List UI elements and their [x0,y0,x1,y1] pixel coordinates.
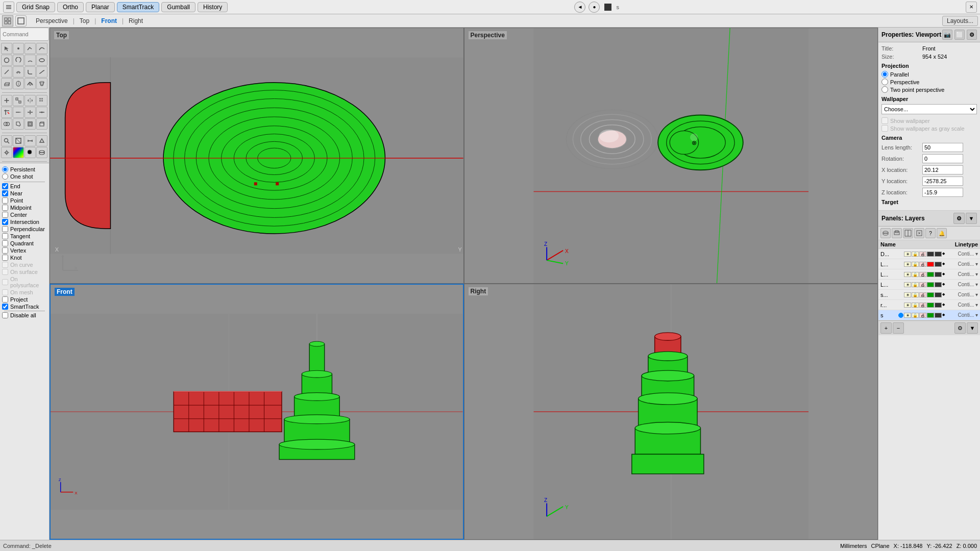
viewport-icon[interactable]: ⬜ [954,30,965,40]
revolve-tool[interactable] [13,78,24,89]
command-input[interactable] [0,28,49,41]
layer-dropdown-button[interactable]: ▼ [967,322,978,334]
knot-snap[interactable]: Knot [2,255,47,261]
layer-lock-icon[interactable]: 🔒 [912,313,919,318]
perspective-radio[interactable] [881,79,888,85]
render-tool[interactable] [1,147,12,158]
app-menu-icon[interactable] [3,2,14,13]
vertex-snap[interactable]: Vertex [2,247,47,254]
split-tool[interactable] [24,107,36,118]
planar-button[interactable]: Planar [86,2,115,12]
layer-color-swatch[interactable] [927,303,934,308]
extend-tool[interactable] [13,107,24,118]
polyline-tool[interactable] [24,43,36,54]
area-tool[interactable] [36,135,47,146]
arc-tool[interactable] [24,55,36,66]
material-tool[interactable] [24,147,36,158]
project-snap[interactable]: Project [2,296,47,303]
rotate-tool[interactable] [13,55,24,66]
remove-layer-button[interactable]: − [893,322,904,334]
oneshot-radio-item[interactable]: One shot [2,173,47,180]
viewport-grid-icon[interactable] [2,15,13,27]
join-tool[interactable] [36,107,47,118]
show-edges-tool[interactable] [13,135,24,146]
camera-icon[interactable]: 📷 [942,30,952,40]
rotation-input[interactable] [922,154,963,163]
array-tool[interactable] [36,95,47,106]
center-snap[interactable]: Center [2,212,47,218]
line-tool[interactable] [1,66,12,78]
layer-sun-icon[interactable]: ☀ [904,262,911,267]
layers-icon-3[interactable] [903,228,913,238]
maximize-icon[interactable]: ✕ [966,2,977,13]
analysis-tool[interactable] [1,135,12,146]
layer-color-swatch[interactable] [927,252,934,257]
layer-print-color-swatch[interactable] [935,313,942,318]
layer-print-color-swatch[interactable] [935,252,942,257]
grid-snap-button[interactable]: Grid Snap [16,2,55,12]
tab-top[interactable]: Top [75,16,94,26]
two-point-radio[interactable] [881,86,888,93]
layer-material-icon[interactable]: ◆ [942,282,947,287]
scale-tool[interactable] [13,95,24,106]
lens-input[interactable] [922,143,963,152]
layer-print-color-swatch[interactable] [935,292,942,297]
midpoint-snap[interactable]: Midpoint [2,205,47,211]
ortho-button[interactable]: Ortho [57,2,84,12]
show-gray-row[interactable]: Show wallpaper as gray scale [881,125,977,132]
color-tool[interactable] [13,147,24,158]
boolean-union-tool[interactable] [1,118,12,130]
layers-settings-icon[interactable]: ⚙ [953,213,965,224]
circle-tool[interactable] [1,55,12,66]
on-curve-snap[interactable]: On curve [2,262,47,268]
layers-icon-2[interactable] [892,228,902,238]
layer-row[interactable]: s ☀ 🔒 🖨 ◆ Conti... ▾ [878,310,980,320]
tab-front[interactable]: Front [96,16,122,26]
layer-color-swatch[interactable] [927,282,934,287]
wallpaper-select[interactable]: Choose... [881,104,977,114]
layer-print-icon[interactable]: 🖨 [919,262,926,267]
show-wallpaper-row[interactable]: Show wallpaper [881,117,977,124]
curve-tool[interactable] [36,43,47,54]
persistent-radio-item[interactable]: Persistent [2,166,47,172]
extrude-tool[interactable] [1,78,12,89]
two-point-radio-row[interactable]: Two point perspective [881,86,977,93]
layer-sun-icon[interactable]: ☀ [904,303,911,308]
smart-track-button[interactable]: SmartTrack [117,2,160,12]
record-icon[interactable]: ● [589,2,600,13]
viewport-right[interactable]: Right [464,284,878,540]
layer-sun-icon[interactable]: ☀ [904,252,911,257]
persistent-radio[interactable] [2,166,8,172]
layer-color-swatch[interactable] [927,292,934,297]
layer-row[interactable]: L... ☀ 🔒 🖨 ◆ Conti... ▾ [878,259,980,269]
single-viewport-icon[interactable] [15,15,27,27]
layouts-button[interactable]: Layouts... [942,16,978,26]
chamfer-tool[interactable] [13,118,24,130]
disable-all-snap[interactable]: Disable all [2,312,47,318]
layer-material-icon[interactable]: ◆ [942,292,947,297]
layer-options-button[interactable]: ⚙ [954,322,966,334]
layer-print-icon[interactable]: 🖨 [919,272,926,277]
tab-right[interactable]: Right [124,16,148,26]
layer-lock-icon[interactable]: 🔒 [912,292,919,297]
layers-dropdown-icon[interactable]: ▼ [966,213,977,224]
layer-row[interactable]: L... ☀ 🔒 🖨 ◆ Conti... ▾ [878,280,980,290]
viewport-top[interactable]: Top [50,28,464,284]
layer-sun-icon[interactable]: ☀ [904,292,911,297]
layers-icon-5[interactable]: ? [925,228,936,238]
point-snap[interactable]: Point [2,197,47,204]
add-layer-button[interactable]: + [880,322,892,334]
y-location-input[interactable] [922,177,963,186]
layers-icon-4[interactable] [914,228,924,238]
layer-sun-icon[interactable]: ☀ [904,282,911,287]
layer-material-icon[interactable]: ◆ [942,272,947,277]
layer-tool[interactable] [36,147,47,158]
layer-lock-icon[interactable]: 🔒 [912,303,919,308]
layer-print-icon[interactable]: 🖨 [919,313,926,318]
mirror-tool[interactable] [24,95,36,106]
intersection-snap[interactable]: Intersection [2,219,47,225]
on-mesh-snap[interactable]: On mesh [2,289,47,295]
viewport-perspective[interactable]: Perspective [464,28,878,284]
layer-material-icon[interactable]: ◆ [942,262,947,267]
tab-perspective[interactable]: Perspective [31,16,73,26]
